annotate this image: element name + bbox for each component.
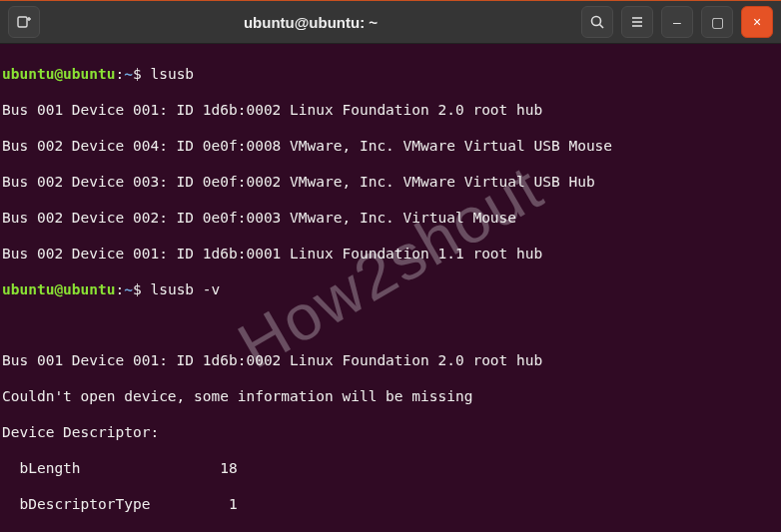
menu-button[interactable]	[621, 6, 653, 38]
prompt-line-1: ubuntu@ubuntu:~$ lsusb	[2, 66, 194, 82]
output-line: Bus 001 Device 001: ID 1d6b:0002 Linux F…	[2, 352, 542, 368]
output-line: bDescriptorType 1	[2, 496, 238, 512]
prompt-colon: :	[116, 66, 125, 82]
svg-point-3	[592, 17, 601, 26]
window-title: ubuntu@ubuntu: ~	[48, 14, 573, 31]
output-line: Bus 002 Device 004: ID 0e0f:0008 VMware,…	[2, 138, 612, 154]
search-button[interactable]	[581, 6, 613, 38]
minimize-button[interactable]: –	[661, 6, 693, 38]
close-button[interactable]: ×	[741, 6, 773, 38]
output-line: bLength 18	[2, 460, 238, 476]
command-1: lsusb	[150, 66, 194, 82]
output-line: Bus 002 Device 001: ID 1d6b:0001 Linux F…	[2, 246, 542, 262]
prompt-user: ubuntu@ubuntu	[2, 66, 116, 82]
command-2: lsusb -v	[150, 281, 220, 297]
new-tab-button[interactable]	[8, 6, 40, 38]
svg-rect-0	[18, 17, 27, 27]
search-icon	[589, 14, 605, 30]
hamburger-icon	[629, 14, 645, 30]
prompt-user: ubuntu@ubuntu	[2, 281, 116, 297]
prompt-dollar: $	[133, 66, 142, 82]
terminal-body[interactable]: ubuntu@ubuntu:~$ lsusb Bus 001 Device 00…	[0, 44, 781, 532]
output-line: Bus 002 Device 003: ID 0e0f:0002 VMware,…	[2, 174, 595, 190]
svg-line-4	[600, 25, 604, 29]
prompt-colon: :	[116, 281, 125, 297]
prompt-dollar: $	[133, 281, 142, 297]
output-line: Bus 001 Device 001: ID 1d6b:0002 Linux F…	[2, 102, 542, 118]
output-line: Bus 002 Device 002: ID 0e0f:0003 VMware,…	[2, 210, 516, 226]
prompt-line-2: ubuntu@ubuntu:~$ lsusb -v	[2, 281, 220, 297]
output-line: Device Descriptor:	[2, 424, 159, 440]
titlebar: ubuntu@ubuntu: ~ – ▢ ×	[0, 0, 781, 44]
prompt-path: ~	[124, 66, 133, 82]
output-line: Couldn't open device, some information w…	[2, 388, 472, 404]
prompt-path: ~	[124, 281, 133, 297]
new-tab-icon	[16, 14, 32, 30]
maximize-button[interactable]: ▢	[701, 6, 733, 38]
